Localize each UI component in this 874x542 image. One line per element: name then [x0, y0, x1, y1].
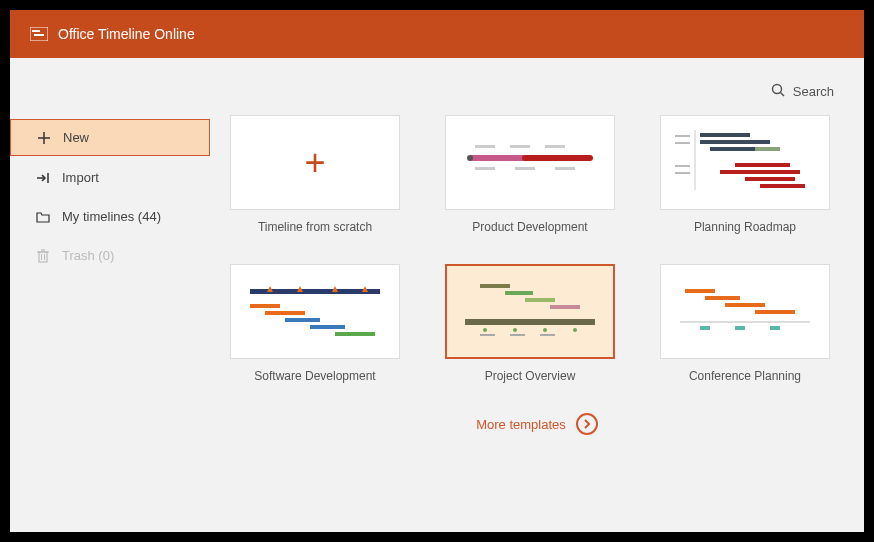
svg-rect-27 [700, 133, 750, 137]
svg-rect-48 [310, 325, 345, 329]
svg-rect-63 [705, 296, 740, 300]
content-area: Search New Import [10, 58, 864, 532]
template-project-overview[interactable]: Project Overview [445, 264, 615, 383]
app-frame: Office Timeline Online Search New [10, 10, 864, 532]
svg-rect-24 [475, 167, 495, 170]
svg-rect-59 [480, 334, 495, 336]
template-thumb [445, 115, 615, 210]
svg-rect-23 [545, 145, 565, 148]
template-label: Planning Roadmap [694, 220, 796, 234]
svg-rect-49 [335, 332, 375, 336]
sidebar-item-import[interactable]: Import [10, 160, 210, 195]
svg-rect-53 [550, 305, 580, 309]
template-thumb [230, 264, 400, 359]
svg-point-55 [483, 328, 487, 332]
template-thumb [660, 264, 830, 359]
template-label: Software Development [254, 369, 375, 383]
template-label: Conference Planning [689, 369, 801, 383]
svg-rect-33 [745, 177, 795, 181]
svg-rect-32 [720, 170, 800, 174]
template-label: Project Overview [485, 369, 576, 383]
svg-rect-50 [480, 284, 510, 288]
more-templates-label: More templates [476, 417, 566, 432]
svg-point-3 [772, 85, 781, 94]
svg-rect-37 [675, 142, 690, 144]
app-logo-icon [30, 27, 48, 41]
template-planning-roadmap[interactable]: Planning Roadmap [660, 115, 830, 234]
sidebar-item-trash[interactable]: Trash (0) [10, 238, 210, 273]
folder-icon [34, 211, 52, 223]
svg-point-57 [543, 328, 547, 332]
trash-icon [34, 249, 52, 263]
sidebar-item-label: Trash (0) [62, 248, 114, 263]
template-product-development[interactable]: Product Development [445, 115, 615, 234]
svg-rect-36 [675, 135, 690, 137]
svg-rect-67 [700, 326, 710, 330]
search-control[interactable]: Search [10, 58, 864, 115]
svg-rect-29 [710, 147, 755, 151]
svg-point-17 [497, 155, 503, 161]
svg-rect-51 [505, 291, 533, 295]
sidebar-item-new[interactable]: New [10, 119, 210, 156]
template-label: Timeline from scratch [258, 220, 372, 234]
import-icon [34, 171, 52, 185]
svg-rect-25 [515, 167, 535, 170]
svg-rect-9 [39, 252, 47, 262]
svg-rect-28 [700, 140, 770, 144]
sidebar-item-label: My timelines (44) [62, 209, 161, 224]
sidebar: New Import My timelines (44) [10, 115, 210, 532]
template-grid: + Timeline from scratch [230, 115, 844, 383]
svg-rect-68 [735, 326, 745, 330]
svg-rect-65 [755, 310, 795, 314]
svg-point-58 [573, 328, 577, 332]
svg-rect-64 [725, 303, 765, 307]
plus-large-icon: + [304, 142, 325, 184]
svg-rect-22 [510, 145, 530, 148]
template-conference-planning[interactable]: Conference Planning [660, 264, 830, 383]
search-icon [771, 83, 785, 100]
svg-point-19 [552, 155, 558, 161]
template-software-development[interactable]: Software Development [230, 264, 400, 383]
template-timeline-from-scratch[interactable]: + Timeline from scratch [230, 115, 400, 234]
svg-rect-38 [675, 165, 690, 167]
svg-rect-61 [540, 334, 555, 336]
sidebar-item-my-timelines[interactable]: My timelines (44) [10, 199, 210, 234]
svg-rect-46 [265, 311, 305, 315]
svg-rect-1 [32, 30, 40, 32]
svg-rect-30 [755, 147, 780, 151]
search-label: Search [793, 84, 834, 99]
template-thumb [660, 115, 830, 210]
svg-rect-60 [510, 334, 525, 336]
plus-icon [35, 131, 53, 145]
templates-area: + Timeline from scratch [210, 115, 864, 532]
app-title: Office Timeline Online [58, 26, 195, 42]
svg-rect-34 [760, 184, 805, 188]
svg-line-4 [780, 93, 784, 97]
svg-point-18 [522, 155, 528, 161]
svg-rect-26 [555, 167, 575, 170]
svg-rect-45 [250, 304, 280, 308]
more-templates-link[interactable]: More templates [230, 413, 844, 435]
svg-rect-52 [525, 298, 555, 302]
svg-rect-54 [465, 319, 595, 325]
svg-rect-2 [34, 34, 44, 36]
sidebar-item-label: New [63, 130, 89, 145]
main-area: New Import My timelines (44) [10, 115, 864, 532]
svg-rect-47 [285, 318, 320, 322]
svg-point-20 [587, 155, 593, 161]
template-label: Product Development [472, 220, 587, 234]
template-thumb [445, 264, 615, 359]
svg-point-16 [467, 155, 473, 161]
sidebar-item-label: Import [62, 170, 99, 185]
svg-rect-69 [770, 326, 780, 330]
header-bar: Office Timeline Online [10, 10, 864, 58]
svg-rect-31 [735, 163, 790, 167]
svg-point-56 [513, 328, 517, 332]
svg-rect-21 [475, 145, 495, 148]
chevron-right-icon [576, 413, 598, 435]
template-thumb: + [230, 115, 400, 210]
svg-rect-62 [685, 289, 715, 293]
svg-rect-39 [675, 172, 690, 174]
